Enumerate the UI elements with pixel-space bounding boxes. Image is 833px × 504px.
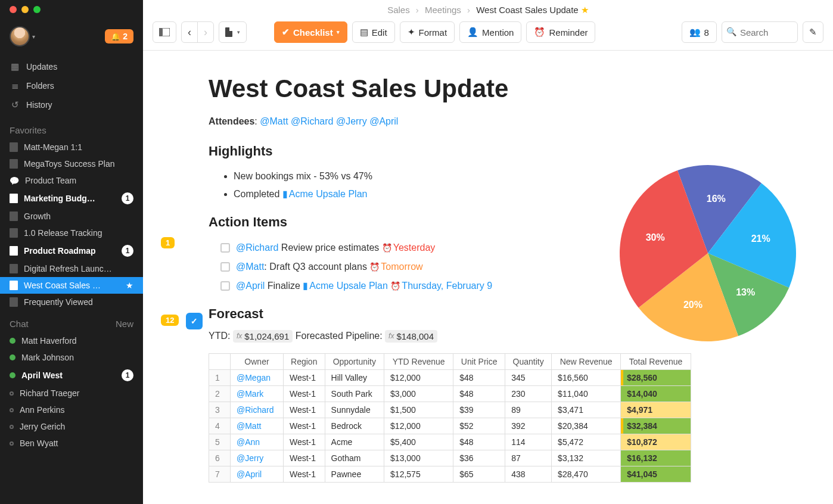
document-icon [10, 142, 18, 152]
chat-item[interactable]: Richard Traeger [0, 385, 143, 402]
chat-item[interactable]: April West1 [0, 366, 143, 385]
highlight-item: New bookings mix - 53% vs 47% [234, 167, 691, 185]
mention[interactable]: @Richard [237, 405, 273, 415]
mention[interactable]: @Mark [237, 389, 263, 399]
cell-opportunity: Pawnee [325, 466, 384, 482]
pie-label: 13% [736, 287, 755, 297]
checkbox[interactable] [220, 262, 230, 272]
chat-item[interactable]: Matt Haverford [0, 332, 143, 349]
breadcrumb-mid[interactable]: Meetings [425, 5, 461, 15]
sidebar-favorite-item[interactable]: Matt-Megan 1:1 [0, 139, 143, 155]
favorite-label: Product Team [25, 176, 133, 185]
breadcrumb-current: West Coast Sales Update [476, 5, 578, 15]
nav-history[interactable]: ↺ History [0, 95, 143, 114]
document-link[interactable]: ▮Acme Upsale Plan [282, 189, 368, 199]
table-header: Total Revenue [621, 353, 691, 369]
cell-total: $4,971 [621, 402, 691, 418]
action-items-header: Action Items [209, 214, 691, 230]
sidebar-favorite-item[interactable]: MegaToys Success Plan [0, 155, 143, 172]
mention[interactable]: @Richard [236, 242, 278, 253]
cell-newrev: $11,040 [552, 385, 621, 402]
favorites-header: Favorites [0, 117, 143, 139]
comment-count-badge[interactable]: 1 [161, 237, 175, 248]
close-window-icon[interactable] [10, 6, 17, 13]
avatar [10, 26, 30, 46]
notifications-button[interactable]: 2 [105, 29, 133, 43]
compose-button[interactable]: ✎ [803, 21, 823, 43]
mention[interactable]: @Matt [236, 262, 264, 272]
toggle-sidebar-button[interactable] [153, 21, 176, 43]
nav-forward-button[interactable]: › [197, 21, 214, 43]
cell-region: West-1 [283, 369, 325, 385]
table-row: 6@JerryWest-1Gotham$13,000$3687$3,132$16… [209, 450, 691, 466]
button-label: Checklist [293, 27, 333, 38]
sidebar-favorite-item[interactable]: West Coast Sales …★ [0, 277, 143, 294]
breadcrumb-root[interactable]: Sales [387, 5, 410, 15]
people-button[interactable]: 👥 8 [682, 21, 717, 43]
mention[interactable]: @April [236, 281, 265, 291]
sidebar-favorite-item[interactable]: Frequently Viewed [0, 294, 143, 310]
mention[interactable]: @April [237, 469, 262, 479]
checkbox[interactable] [220, 243, 230, 253]
star-icon[interactable]: ★ [581, 5, 589, 15]
cell-ytd: $12,000 [384, 369, 453, 385]
minimize-window-icon[interactable] [21, 6, 29, 13]
action-item: @Matt: Draft Q3 account plans ⏰Tomorrow [220, 257, 691, 276]
document-menu-button[interactable]: ▾ [219, 21, 247, 43]
mention[interactable]: @Richard [291, 116, 333, 126]
button-label: Edit [372, 27, 387, 38]
favorite-label: West Coast Sales … [24, 281, 120, 290]
cell-price: $48 [453, 369, 505, 385]
maximize-window-icon[interactable] [33, 6, 41, 13]
reminder-button[interactable]: ⏰ Reminder [526, 21, 595, 43]
mention[interactable]: @Matt [260, 116, 288, 126]
nav-folders[interactable]: ≣ Folders [0, 76, 143, 95]
nav-back-button[interactable]: ‹ [181, 21, 198, 43]
sidebar-favorite-item[interactable]: Product Team [0, 172, 143, 189]
mention[interactable]: @Jerry [336, 116, 367, 126]
user-menu[interactable]: ▾ [10, 26, 35, 46]
chat-name: Matt Haverford [21, 336, 133, 346]
unread-count: 1 [122, 245, 133, 257]
chat-item[interactable]: Ben Wyatt [0, 435, 143, 452]
format-button[interactable]: ✦ Format [400, 21, 455, 43]
due-date[interactable]: ⏰Tomorrow [369, 262, 422, 272]
edit-button[interactable]: ▤ Edit [352, 21, 395, 43]
checklist-toggle[interactable]: ✓ [186, 313, 203, 329]
checkbox[interactable] [220, 281, 230, 291]
sidebar-favorite-item[interactable]: Growth [0, 208, 143, 225]
mention[interactable]: @Ann [237, 437, 260, 447]
due-date[interactable]: ⏰Thursday, February 9 [390, 281, 492, 291]
comment-count-badge[interactable]: 12 [161, 315, 179, 326]
checklist-button[interactable]: ✔ Checklist ▾ [274, 21, 347, 43]
favorite-label: Product Roadmap [24, 246, 116, 256]
cell-qty: 345 [505, 369, 552, 385]
formula-chip[interactable]: fx$148,004 [385, 330, 437, 343]
chat-item[interactable]: Mark Johnson [0, 349, 143, 366]
table-row: 5@AnnWest-1Acme$5,400$48114$5,472$10,872 [209, 434, 691, 450]
document-icon [10, 264, 18, 273]
chat-item[interactable]: Jerry Gerich [0, 418, 143, 435]
new-chat-button[interactable]: New [116, 319, 133, 329]
mention-button[interactable]: 👤 Mention [459, 21, 521, 43]
due-date[interactable]: ⏰Yesterday [382, 242, 436, 253]
chat-item[interactable]: Ann Perkins [0, 402, 143, 418]
sidebar-favorite-item[interactable]: Marketing Budg…1 [0, 189, 143, 208]
formula-chip[interactable]: fx$1,024,691 [233, 330, 293, 343]
nav-updates[interactable]: ▦ Updates [0, 57, 143, 76]
sidebar-favorite-item[interactable]: 1.0 Release Tracking [0, 225, 143, 241]
document-icon [10, 281, 18, 290]
row-number: 1 [209, 369, 231, 385]
document-icon [10, 228, 18, 238]
mention[interactable]: @Jerry [237, 453, 263, 463]
document-icon [10, 159, 18, 169]
mention[interactable]: @Matt [237, 421, 261, 431]
mention[interactable]: @April [369, 116, 398, 126]
doc-link-icon: ▮ [303, 281, 308, 291]
star-icon: ★ [126, 281, 133, 290]
sidebar-favorite-item[interactable]: Product Roadmap1 [0, 241, 143, 260]
mention[interactable]: @Megan [237, 373, 271, 382]
sidebar-favorite-item[interactable]: Digital Refresh Launc… [0, 260, 143, 277]
document-link[interactable]: ▮Acme Upsale Plan [303, 281, 388, 291]
unread-count: 1 [122, 369, 133, 381]
